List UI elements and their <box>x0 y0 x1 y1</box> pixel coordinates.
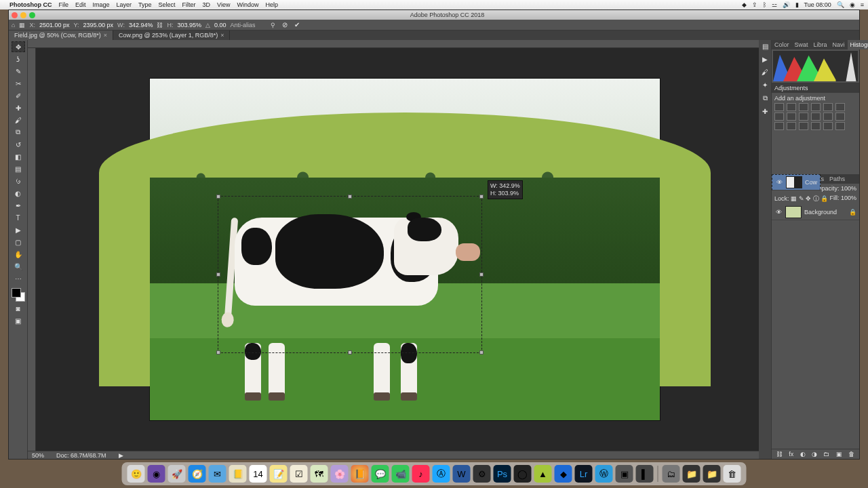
ruler-horizontal[interactable] <box>28 40 759 48</box>
battery-icon[interactable]: ▮ <box>795 1 799 8</box>
spotlight-icon[interactable]: 🔍 <box>837 1 844 8</box>
clock[interactable]: Tue 08:00 <box>804 1 831 8</box>
home-icon[interactable]: ⌂ <box>12 22 15 28</box>
menu-3d[interactable]: 3D <box>203 1 211 8</box>
pen-tool[interactable]: ✒ <box>12 200 25 211</box>
adj-icon[interactable] <box>774 113 784 121</box>
menu-filter[interactable]: Filter <box>182 1 196 8</box>
quickmask-tool[interactable]: ◙ <box>12 303 25 314</box>
adj-icon[interactable] <box>774 122 784 130</box>
dock-trash[interactable]: 🗑 <box>724 465 741 483</box>
dock-contacts[interactable]: 📒 <box>229 465 247 483</box>
bluetooth-icon[interactable]: ᛒ <box>763 1 766 8</box>
dock-photoshop[interactable]: Ps <box>494 465 511 483</box>
opt-h[interactable]: 303.95% <box>177 22 201 28</box>
layer-name[interactable]: Cow <box>805 179 817 186</box>
adj-icon[interactable] <box>774 103 784 111</box>
dock-launchpad[interactable]: 🚀 <box>168 465 186 483</box>
status-docsize[interactable]: Doc: 68.7M/68.7M <box>56 452 106 459</box>
adj-icon[interactable] <box>787 122 796 130</box>
dock-maps[interactable]: 🗺 <box>311 465 328 483</box>
opacity-value[interactable]: 100% <box>841 185 856 192</box>
app-name[interactable]: Photoshop CC <box>9 1 52 8</box>
color-swatch[interactable] <box>12 288 25 302</box>
menu-select[interactable]: Select <box>159 1 176 8</box>
adj-icon[interactable] <box>823 122 833 130</box>
layer-row-background[interactable]: 👁 Background 🔒 <box>772 205 859 220</box>
dock-obs[interactable]: ◯ <box>514 465 532 483</box>
link-layers-icon[interactable]: ⛓ <box>776 451 783 458</box>
close-window-button[interactable] <box>12 12 18 18</box>
dock-photos[interactable]: 🌸 <box>331 465 349 483</box>
warp-icon[interactable]: ⚲ <box>271 22 275 28</box>
dock-wordpress[interactable]: Ⓦ <box>595 465 613 483</box>
tab-libraries[interactable]: Libra <box>811 40 830 49</box>
tab-navigator[interactable]: Navi <box>830 40 848 49</box>
adj-icon[interactable] <box>811 103 821 111</box>
heal-tool[interactable]: ✚ <box>12 102 25 113</box>
group-icon[interactable]: 🗀 <box>823 451 829 458</box>
adj-icon[interactable] <box>787 113 796 121</box>
tab-paths[interactable]: Paths <box>827 174 848 184</box>
tab-swatches[interactable]: Swat <box>792 40 811 49</box>
actions-icon[interactable]: ▶ <box>762 56 768 63</box>
dock-appstore[interactable]: Ⓐ <box>433 465 450 483</box>
delete-layer-icon[interactable]: 🗑 <box>848 451 854 458</box>
opt-w[interactable]: 342.94% <box>129 22 153 28</box>
dock-folder[interactable]: 📁 <box>683 465 701 483</box>
history-icon[interactable]: ▤ <box>762 43 768 50</box>
menu-edit[interactable]: Edit <box>75 1 86 8</box>
fill-adj-icon[interactable]: ◑ <box>812 451 817 458</box>
visibility-icon[interactable]: 👁 <box>775 179 783 186</box>
adj-icon[interactable] <box>787 103 796 111</box>
commit-transform-icon[interactable]: ✔ <box>294 21 300 28</box>
menu-view[interactable]: View <box>217 1 230 8</box>
dock-folder2[interactable]: 📁 <box>703 465 721 483</box>
dock-facetime[interactable]: 📹 <box>392 465 410 483</box>
dock-prefs[interactable]: ⚙︎ <box>473 465 491 483</box>
lasso-tool[interactable]: ʖ <box>12 54 25 64</box>
zoom-tool[interactable]: 🔍 <box>12 261 25 272</box>
adj-icon[interactable] <box>823 113 833 121</box>
dock-ibooks[interactable]: 📙 <box>351 465 369 483</box>
wifi-icon[interactable]: ⚍ <box>772 1 777 8</box>
tab-histogram[interactable]: Histogram <box>848 40 868 49</box>
layer-name[interactable]: Background <box>804 209 837 216</box>
canvas[interactable]: W: 342.9%H: 303.9% <box>150 79 660 420</box>
brush-settings-icon[interactable]: 🖌 <box>762 68 768 76</box>
dock-downloads[interactable]: 🗂 <box>663 465 680 483</box>
adjustments-title[interactable]: Adjustments <box>772 83 859 93</box>
tab-color[interactable]: Color <box>772 40 792 49</box>
status-arrow-icon[interactable]: ▶ <box>119 452 123 459</box>
hand-tool[interactable]: ✋ <box>12 249 25 260</box>
dock-itunes[interactable]: ♪ <box>412 465 430 483</box>
menu-layer[interactable]: Layer <box>117 1 132 8</box>
dock-word[interactable]: W <box>453 465 471 483</box>
menu-file[interactable]: File <box>59 1 69 8</box>
brush-tool[interactable]: 🖌 <box>12 115 25 125</box>
transform-bbox[interactable] <box>218 196 482 353</box>
crop-tool[interactable]: ✂ <box>12 78 25 89</box>
adj-icon[interactable] <box>811 113 821 121</box>
dock-lightroom[interactable]: Lr <box>575 465 593 483</box>
doc-tab-field[interactable]: Field.jpg @ 50% (Cow, RGB/8*)× <box>9 30 113 40</box>
new-layer-icon[interactable]: ▣ <box>836 451 842 458</box>
screenmode-tool[interactable]: ▣ <box>12 315 25 326</box>
fill-value[interactable]: 100% <box>841 195 856 201</box>
dock-safari[interactable]: 🧭 <box>189 465 206 483</box>
adj-icon[interactable] <box>799 113 808 121</box>
visibility-icon[interactable]: 👁 <box>774 209 783 216</box>
opt-y[interactable]: 2395.00 px <box>83 22 114 28</box>
minimize-window-button[interactable] <box>20 12 26 18</box>
clone-icon[interactable]: ⧉ <box>763 94 768 102</box>
path-select-tool[interactable]: ▶ <box>12 224 25 235</box>
menu-image[interactable]: Image <box>93 1 110 8</box>
lock-icons[interactable]: ▦ ✎ ✥ ⓘ 🔒 <box>791 195 828 202</box>
edit-toolbar[interactable]: ⋯ <box>12 273 25 284</box>
link-icon[interactable]: ⛓ <box>157 22 163 28</box>
dock-screenflow[interactable]: ▣ <box>616 465 633 483</box>
history-brush-tool[interactable]: ↺ <box>12 139 25 150</box>
info-icon[interactable]: ✚ <box>762 108 768 115</box>
fx-icon[interactable]: fx <box>789 451 793 458</box>
adj-icon[interactable] <box>799 122 808 130</box>
